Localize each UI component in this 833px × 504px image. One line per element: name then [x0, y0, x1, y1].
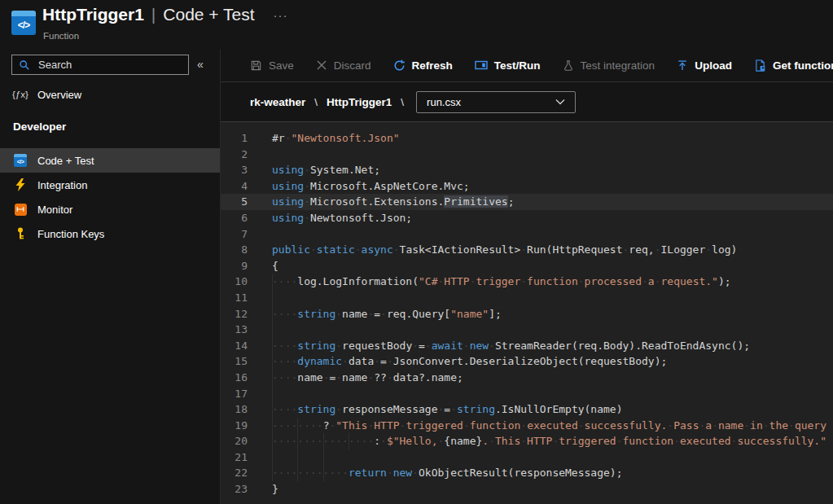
- line-number: 21: [221, 449, 248, 466]
- breadcrumb-app[interactable]: rk-weather: [250, 96, 305, 108]
- search-icon: [19, 59, 30, 71]
- toolbar-button-label: Get function URL: [773, 59, 833, 72]
- code-line[interactable]: 5using·Microsoft.Extensions.Primitives;: [221, 194, 833, 210]
- toolbar-button-label: Test/Run: [494, 59, 541, 72]
- fx-icon: {ƒx}: [13, 90, 28, 99]
- code-line[interactable]: 6using·Newtonsoft.Json;: [221, 210, 833, 226]
- main-content: SaveDiscardRefreshTest/RunTest integrati…: [220, 49, 833, 504]
- get-url-icon: [754, 59, 766, 72]
- line-number: 3: [221, 162, 248, 178]
- code-line[interactable]: 4using·Microsoft.AspNetCore.Mvc;: [221, 178, 833, 195]
- line-number: 19: [221, 418, 248, 434]
- toolbar-button-label: Discard: [334, 59, 371, 72]
- sidebar-item-overview[interactable]: {ƒx} Overview: [0, 82, 233, 107]
- code-editor[interactable]: 1#r·"Newtonsoft.Json"23using·System.Net;…: [221, 122, 833, 504]
- breadcrumb-separator: \: [401, 96, 404, 108]
- line-number: 18: [221, 401, 248, 418]
- function-app-icon: </>: [11, 11, 36, 35]
- line-number: 9: [221, 258, 248, 274]
- code-line[interactable]: 8public·static·async·Task<IActionResult>…: [221, 242, 833, 258]
- sidebar-collapse-button[interactable]: «: [197, 58, 204, 71]
- code-line[interactable]: 9{: [221, 258, 833, 274]
- line-number: 11: [221, 290, 248, 306]
- refresh-button[interactable]: Refresh: [393, 59, 453, 72]
- sidebar-item-integration[interactable]: Integration: [0, 173, 220, 197]
- code-line[interactable]: 10····log.LogInformation("C#·HTTP·trigge…: [221, 274, 833, 290]
- breadcrumb-function[interactable]: HttpTrigger1: [327, 96, 392, 108]
- code-line[interactable]: 19········?·"This·HTTP·triggered·functio…: [221, 418, 833, 434]
- get-function-url-button[interactable]: Get function URL: [754, 59, 833, 72]
- lightning-icon: [13, 178, 28, 191]
- title-function-name: HttpTrigger1: [42, 5, 144, 24]
- test-integration-button: Test integration: [563, 59, 655, 72]
- search-input[interactable]: [37, 58, 182, 72]
- sidebar-nav: </>Code + TestIntegrationMonitorFunction…: [0, 148, 220, 246]
- code-window-icon: </>: [13, 154, 28, 167]
- chevron-down-icon: [555, 99, 565, 105]
- sidebar-item-monitor[interactable]: Monitor: [0, 197, 220, 221]
- line-number: 4: [221, 178, 248, 195]
- code-line[interactable]: 14····string·requestBody·=·await·new·Str…: [221, 338, 833, 354]
- save-icon: [250, 59, 262, 72]
- line-number: 20: [221, 433, 248, 449]
- line-number: 5: [221, 194, 248, 210]
- code-line[interactable]: 1#r·"Newtonsoft.Json": [221, 130, 833, 147]
- toolbar: SaveDiscardRefreshTest/RunTest integrati…: [221, 49, 833, 82]
- code-line[interactable]: 2: [221, 147, 833, 163]
- code-line[interactable]: 13: [221, 322, 833, 338]
- line-number: 8: [221, 242, 248, 258]
- code-line[interactable]: 15····dynamic·data·=·JsonConvert.Deseria…: [221, 353, 833, 370]
- line-number: 15: [221, 353, 248, 370]
- breadcrumb-separator: \: [314, 96, 318, 108]
- line-number: 17: [221, 386, 248, 402]
- line-number: 14: [221, 338, 248, 354]
- code-line[interactable]: 22············return·new·OkObjectResult(…: [221, 465, 833, 481]
- file-dropdown-value: run.csx: [427, 96, 461, 108]
- code-line[interactable]: 16····name·=·name·??·data?.name;: [221, 370, 833, 386]
- key-icon: [13, 227, 28, 240]
- title-separator: |: [151, 5, 156, 24]
- toolbar-button-label: Upload: [695, 59, 732, 72]
- code-line[interactable]: 11: [221, 290, 833, 306]
- code-line[interactable]: 18····string·responseMessage·=·string.Is…: [221, 401, 833, 418]
- sidebar-item-function-keys[interactable]: Function Keys: [0, 221, 220, 246]
- code-glyph: </>: [18, 20, 29, 31]
- line-number: 13: [221, 322, 248, 338]
- line-number: 2: [221, 147, 248, 163]
- monitor-icon: [13, 204, 28, 216]
- sidebar-item-label: Integration: [37, 179, 87, 191]
- refresh-icon: [393, 59, 406, 72]
- discard-icon: [316, 59, 327, 71]
- line-number: 10: [221, 274, 248, 290]
- test-run-button[interactable]: Test/Run: [475, 59, 541, 72]
- file-dropdown[interactable]: run.csx: [416, 91, 576, 113]
- sidebar: « {ƒx} Overview Developer </>Code + Test…: [0, 49, 220, 504]
- code-line[interactable]: 12····string·name·=·req.Query["name"];: [221, 306, 833, 322]
- page-header: </> HttpTrigger1 | Code + Test ··· Funct…: [0, 0, 833, 49]
- sidebar-item-label: Overview: [37, 89, 81, 101]
- discard-button: Discard: [316, 59, 371, 72]
- sidebar-item-code-test[interactable]: </>Code + Test: [0, 148, 220, 173]
- breadcrumb: rk-weather \ HttpTrigger1 \ run.csx: [221, 82, 833, 122]
- code-line[interactable]: 23}: [221, 481, 833, 497]
- code-line[interactable]: 20················:·$"Hello,·{name}.·Thi…: [221, 433, 833, 449]
- sidebar-section-developer: Developer: [13, 121, 66, 133]
- azure-functions-page: </> HttpTrigger1 | Code + Test ··· Funct…: [0, 0, 833, 504]
- code-line[interactable]: 17: [221, 386, 833, 402]
- page-subtitle: Function: [43, 31, 79, 41]
- line-number: 6: [221, 210, 248, 226]
- upload-button[interactable]: Upload: [677, 59, 732, 72]
- toolbar-button-label: Refresh: [412, 59, 453, 72]
- upload-icon: [677, 59, 688, 72]
- line-number: 16: [221, 370, 248, 386]
- line-number: 23: [221, 481, 248, 497]
- code-line[interactable]: 21: [221, 449, 833, 466]
- search-box[interactable]: [11, 55, 189, 75]
- save-button: Save: [250, 59, 294, 72]
- more-menu-button[interactable]: ···: [274, 8, 288, 22]
- code-line[interactable]: 3using·System.Net;: [221, 162, 833, 178]
- line-number: 1: [221, 130, 248, 147]
- code-line[interactable]: 7: [221, 226, 833, 243]
- flask-icon: [563, 59, 574, 72]
- page-title: HttpTrigger1 | Code + Test ···: [42, 5, 288, 24]
